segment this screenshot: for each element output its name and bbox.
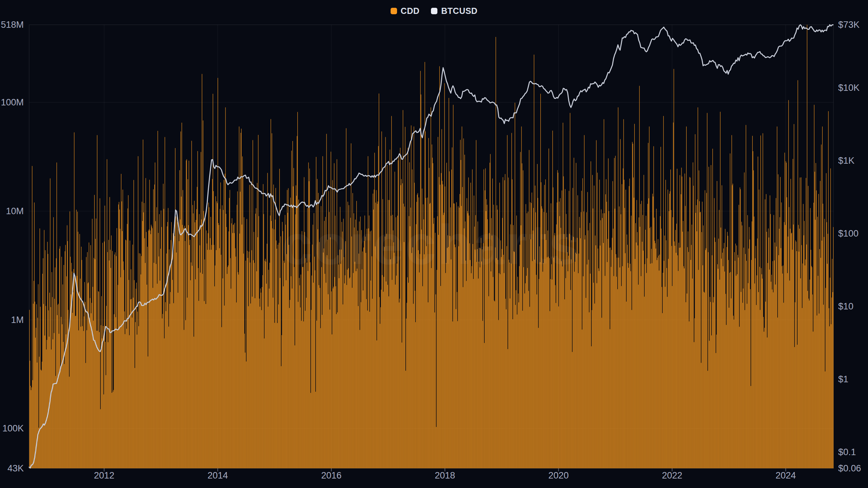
left-axis-tick-label: 1M: [11, 315, 24, 325]
legend-item-btcusd[interactable]: BTCUSD: [431, 6, 477, 16]
left-axis-tick-label: 43K: [7, 463, 24, 473]
right-axis-tick-label: $0.1: [838, 447, 856, 457]
right-axis-tick-label: $1K: [838, 156, 854, 166]
chart-app: CDD BTCUSD corecharts 518M100M10M1M100K4…: [0, 0, 868, 488]
right-axis-tick-label: $0.06: [838, 463, 861, 473]
btcusd-legend-label: BTCUSD: [441, 6, 477, 16]
x-axis-tick-label: 2020: [548, 470, 569, 481]
left-axis-tick-label: 10M: [6, 206, 24, 216]
x-axis-tick-label: 2024: [775, 470, 796, 481]
left-axis-tick-label: 100K: [2, 423, 24, 433]
x-axis-tick-label: 2014: [208, 470, 228, 481]
x-axis-tick-label: 2022: [662, 470, 682, 481]
btcusd-legend-swatch-icon: [431, 8, 437, 14]
x-axis: 2012201420162018202020222024: [94, 470, 796, 481]
right-axis-tick-label: $10K: [838, 83, 860, 93]
legend-item-cdd[interactable]: CDD: [391, 6, 420, 16]
chart-legend: CDD BTCUSD: [0, 6, 868, 16]
right-axis-tick-label: $1: [838, 374, 848, 384]
x-axis-tick-label: 2012: [94, 470, 114, 481]
right-axis-tick-label: $100: [838, 228, 859, 239]
left-axis: 518M100M10M1M100K43K: [1, 20, 24, 473]
x-axis-tick-label: 2018: [435, 470, 455, 481]
cdd-legend-label: CDD: [401, 6, 420, 16]
right-axis-tick-label: $10: [838, 301, 853, 311]
right-axis-tick-label: $73K: [838, 20, 860, 30]
cdd-legend-swatch-icon: [391, 8, 397, 14]
watermark: corecharts: [281, 213, 581, 277]
right-axis: $73K$10K$1K$100$10$1$0.1$0.06: [838, 20, 861, 473]
left-axis-tick-label: 518M: [1, 20, 24, 30]
x-axis-tick-label: 2016: [321, 470, 341, 481]
left-axis-tick-label: 100M: [1, 97, 24, 107]
